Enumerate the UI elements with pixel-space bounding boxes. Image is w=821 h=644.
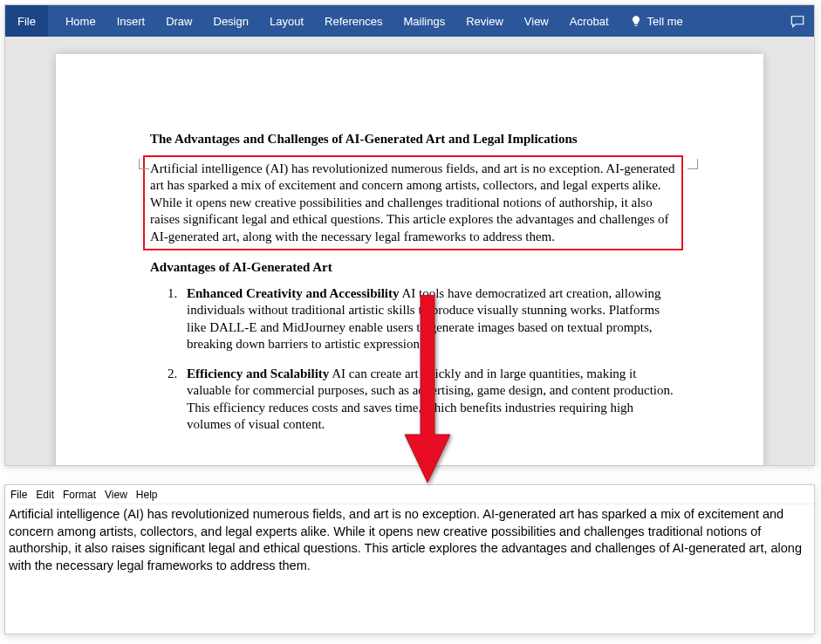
item-title: Enhanced Creativity and Accessibility — [187, 286, 400, 300]
file-tab[interactable]: File — [5, 5, 48, 37]
ribbon-right-controls — [790, 13, 805, 29]
file-tab-label: File — [17, 15, 36, 28]
word-window: File Home Insert Draw Design Layout Refe… — [4, 4, 815, 466]
advantages-heading: Advantages of AI-Generated Art — [150, 259, 676, 277]
item-body: Enhanced Creativity and Accessibility AI… — [187, 285, 676, 353]
item-body: Efficiency and Scalability AI can create… — [187, 366, 676, 434]
tab-view[interactable]: View — [514, 5, 559, 37]
menu-format[interactable]: Format — [63, 489, 96, 501]
item-title: Efficiency and Scalability — [187, 367, 329, 380]
tab-acrobat[interactable]: Acrobat — [559, 5, 619, 37]
tell-me-button[interactable]: Tell me — [619, 5, 694, 37]
tab-draw[interactable]: Draw — [155, 5, 202, 37]
comment-icon[interactable] — [790, 13, 805, 29]
menu-view[interactable]: View — [105, 489, 127, 501]
tab-mailings[interactable]: Mailings — [393, 5, 456, 37]
document-area[interactable]: The Advantages and Challenges of AI-Gene… — [5, 37, 814, 465]
item-number: 2. — [168, 366, 187, 434]
lightbulb-icon — [630, 15, 642, 27]
tab-home[interactable]: Home — [55, 5, 106, 37]
list-item-1: 1. Enhanced Creativity and Accessibility… — [150, 285, 676, 353]
tab-layout[interactable]: Layout — [259, 5, 314, 37]
notepad-text: Artificial intelligence (AI) has revolut… — [9, 507, 802, 572]
margin-corner-tr — [688, 159, 698, 169]
tab-insert[interactable]: Insert — [106, 5, 156, 37]
menu-help[interactable]: Help — [136, 489, 158, 501]
ribbon-bar: File Home Insert Draw Design Layout Refe… — [5, 5, 814, 37]
notepad-menu: File Edit Format View Help — [5, 485, 814, 504]
margin-corner-tl — [139, 159, 149, 169]
item-number: 1. — [168, 285, 187, 353]
tell-me-label: Tell me — [647, 15, 683, 28]
tab-references[interactable]: References — [314, 5, 393, 37]
intro-text: Artificial intelligence (AI) has revolut… — [150, 161, 674, 243]
menu-edit[interactable]: Edit — [36, 489, 54, 501]
notepad-textarea[interactable]: Artificial intelligence (AI) has revolut… — [5, 504, 814, 634]
tab-design[interactable]: Design — [203, 5, 259, 37]
list-item-2: 2. Efficiency and Scalability AI can cre… — [150, 366, 676, 434]
document-page: The Advantages and Challenges of AI-Gene… — [56, 54, 763, 465]
notepad-window: File Edit Format View Help Artificial in… — [4, 484, 815, 634]
highlighted-intro-paragraph: Artificial intelligence (AI) has revolut… — [143, 155, 683, 251]
page-title: The Advantages and Challenges of AI-Gene… — [150, 131, 676, 148]
menu-file[interactable]: File — [10, 489, 27, 501]
tab-review[interactable]: Review — [455, 5, 514, 37]
